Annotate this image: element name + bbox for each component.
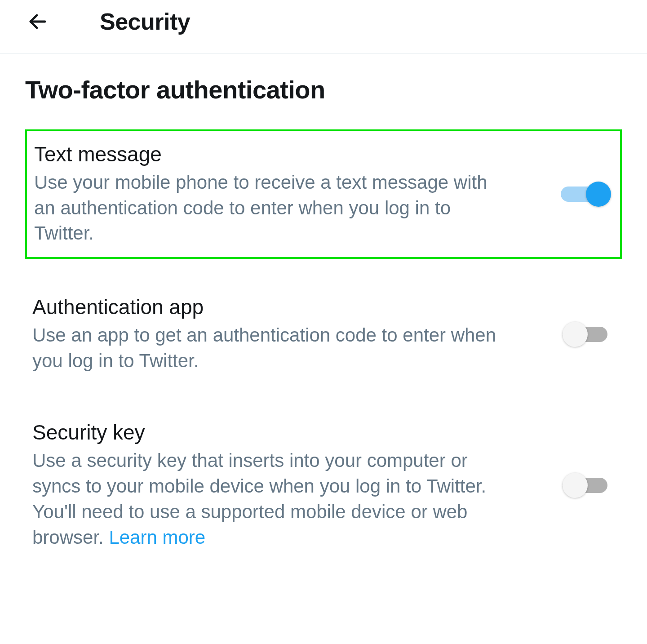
toggle-thumb [563,473,588,498]
option-title: Authentication app [32,295,500,319]
option-text-block: Authentication app Use an app to get an … [32,295,518,373]
toggle-thumb [563,322,588,347]
toggle-text-message[interactable] [561,181,613,208]
option-text-message: Text message Use your mobile phone to re… [25,129,622,259]
two-factor-section: Two-factor authentication Text message U… [0,53,647,561]
back-button[interactable] [25,9,50,34]
option-description: Use a security key that inserts into you… [32,448,500,550]
toggle-security-key[interactable] [563,472,615,499]
toggle-thumb [586,182,611,207]
arrow-left-icon [27,11,49,32]
toggle-authentication-app[interactable] [563,321,615,348]
section-title: Two-factor authentication [25,75,622,104]
option-text-block: Security key Use a security key that ins… [32,420,518,550]
page-title: Security [100,8,190,35]
option-desc-text: Use a security key that inserts into you… [32,450,486,547]
learn-more-link[interactable]: Learn more [109,527,205,548]
option-title: Text message [34,142,501,166]
option-authentication-app: Authentication app Use an app to get an … [25,284,622,384]
option-description: Use your mobile phone to receive a text … [34,170,501,246]
option-title: Security key [32,420,500,444]
option-text-block: Text message Use your mobile phone to re… [34,142,519,246]
option-description: Use an app to get an authentication code… [32,323,500,373]
header: Security [0,0,647,53]
option-security-key: Security key Use a security key that ins… [25,409,622,561]
